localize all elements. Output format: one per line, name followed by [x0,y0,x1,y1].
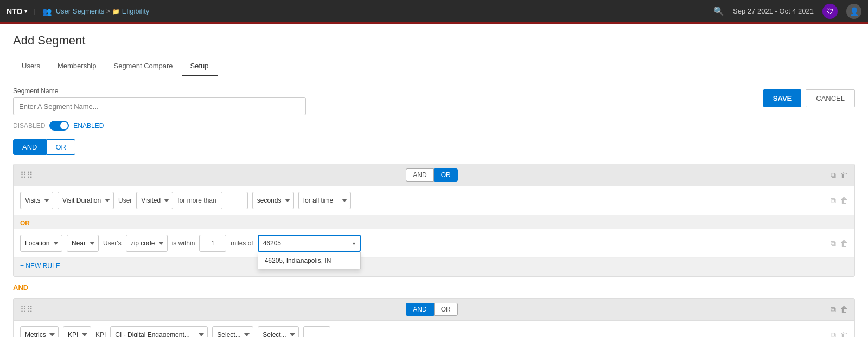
rule-1-trash-icon[interactable]: 🗑 [840,196,848,205]
rule-3-trash-icon[interactable]: 🗑 [840,330,848,338]
zip-wrapper: 46205 ▾ 46205, Indianapolis, IN [258,235,361,252]
group-1-and-button[interactable]: AND [406,168,433,182]
rule-1-col1[interactable]: Visits [20,192,53,209]
org-dropdown-icon[interactable]: ▾ [24,8,27,14]
breadcrumb-user-segments[interactable]: User Segments [56,7,105,15]
rule-1-for-all-time[interactable]: for all time last 7 days last 30 days [298,192,351,209]
breadcrumb-eligibility[interactable]: Eligibility [122,7,150,15]
group-1-header: ⠿⠿ AND OR ⧉ 🗑 [14,164,854,186]
nav-icon: 👥 [42,7,52,16]
rule-3-select2[interactable]: Select... [258,326,299,337]
rule-1-duration-input[interactable] [221,192,248,209]
org-name: NTO [7,7,22,16]
zip-option-46205[interactable]: 46205, Indianapolis, IN [258,252,360,269]
group-2-copy-icon[interactable]: ⧉ [831,305,836,314]
nav-separator: | [34,7,35,15]
org-logo[interactable]: NTO ▾ [7,7,27,16]
group-2-drag-handle[interactable]: ⠿⠿ [20,304,33,315]
rule-3-col2[interactable]: KPI [63,326,91,337]
rule-3-col1[interactable]: Metrics [20,326,59,337]
zip-chevron-icon: ▾ [353,241,355,247]
rule-1-visited[interactable]: Visited [136,192,173,209]
group-1-drag-handle[interactable]: ⠿⠿ [20,170,33,180]
content: Segment Name DISABLED ENABLED SAVE CANCE… [0,76,868,337]
rule-3-kpi-label: KPI [95,331,106,337]
group-2-or-button[interactable]: OR [434,303,458,316]
page-header: Add Segment [0,24,868,48]
or-separator: OR [14,215,854,229]
nav-right: 🔍 Sep 27 2021 - Oct 4 2021 🛡 👤 [713,4,861,19]
tab-users[interactable]: Users [13,56,49,76]
rule-2: Location Near User's zip code is within … [14,229,854,258]
breadcrumb: User Segments > 📁 Eligibility [56,7,150,15]
rule-2-col2[interactable]: Near [67,235,99,252]
group-1-actions: ⧉ 🗑 [831,171,848,180]
tab-segment-compare[interactable]: Segment Compare [105,56,181,76]
segment-name-left: Segment Name DISABLED ENABLED [13,87,763,131]
tabs: Users Membership Segment Compare Setup [0,56,868,76]
group-2-and-or: AND OR [406,303,457,316]
rule-2-trash-icon[interactable]: 🗑 [840,239,848,248]
page-title: Add Segment [13,34,855,48]
zip-dropdown: 46205, Indianapolis, IN [258,252,361,269]
rule-2-actions: ⧉ 🗑 [831,239,848,248]
search-icon[interactable]: 🔍 [713,6,724,16]
toggle-disabled-label: DISABLED [13,122,45,129]
rule-3-copy-icon[interactable]: ⧉ [831,330,836,338]
segment-name-input[interactable] [13,97,306,115]
zip-input[interactable]: 46205 ▾ [258,235,361,252]
top-and-button[interactable]: AND [13,139,46,155]
tab-membership[interactable]: Membership [49,56,105,76]
nav-left: NTO ▾ | 👥 User Segments > 📁 Eligibility [7,7,149,16]
group-1-or-button[interactable]: OR [434,168,458,182]
group-2-trash-icon[interactable]: 🗑 [840,305,848,314]
rule-1-user-label: User [118,197,132,204]
rule-3: Metrics KPI KPI CI - Digital Engagement.… [14,321,854,337]
top-nav: NTO ▾ | 👥 User Segments > 📁 Eligibility … [0,0,868,24]
group-2-header: ⠿⠿ AND OR ⧉ 🗑 [14,299,854,321]
rule-1-copy-icon[interactable]: ⧉ [831,196,836,205]
rule-2-zip-code[interactable]: zip code [126,235,168,252]
action-buttons: SAVE CANCEL [763,89,855,107]
group-1-trash-icon[interactable]: 🗑 [840,171,848,180]
rule-3-value-input[interactable] [303,326,330,337]
group-1: ⠿⠿ AND OR ⧉ 🗑 Visits Visit Duration U [13,164,855,277]
toggle-thumb [60,122,68,129]
page: Add Segment Users Membership Segment Com… [0,24,868,337]
top-or-button[interactable]: OR [46,139,75,155]
rule-2-miles-of: miles of [231,239,253,247]
zip-value: 46205 [263,239,281,247]
group-2-and-button[interactable]: AND [406,303,433,316]
rule-2-is-within: is within [172,239,195,247]
tab-setup[interactable]: Setup [182,56,218,76]
new-rule-row: + NEW RULE [14,258,854,276]
rule-3-ci-select[interactable]: CI - Digital Engagement... [110,326,208,337]
rule-2-col1[interactable]: Location [20,235,62,252]
rule-3-actions: ⧉ 🗑 [831,330,848,338]
new-rule-button[interactable]: + NEW RULE [20,262,60,270]
rule-2-users-label: User's [103,239,122,247]
segment-name-row: Segment Name DISABLED ENABLED SAVE CANCE… [13,87,855,131]
cancel-button[interactable]: CANCEL [806,89,855,107]
rule-2-miles-input[interactable] [199,235,226,252]
group-2-actions: ⧉ 🗑 [831,305,848,314]
rule-1-for-more-than: for more than [177,197,216,204]
rule-1-actions: ⧉ 🗑 [831,196,848,205]
save-button[interactable]: SAVE [763,89,801,107]
date-range: Sep 27 2021 - Oct 4 2021 [733,7,814,15]
toggle-enabled-label: ENABLED [73,122,104,129]
shield-icon[interactable]: 🛡 [822,4,838,19]
segment-name-label: Segment Name [13,87,763,95]
rule-1: Visits Visit Duration User Visited for m… [14,186,854,215]
group-1-copy-icon[interactable]: ⧉ [831,171,836,180]
rule-2-copy-icon[interactable]: ⧉ [831,239,836,248]
user-icon[interactable]: 👤 [846,4,861,19]
rule-1-seconds[interactable]: seconds minutes hours [252,192,294,209]
and-label-between-groups: AND [13,283,855,291]
top-and-or: AND OR [13,139,855,155]
enabled-toggle[interactable] [49,121,69,131]
breadcrumb-folder-icon: 📁 [112,8,120,15]
rule-3-select1[interactable]: Select... [212,326,253,337]
rule-1-col2[interactable]: Visit Duration [58,192,114,209]
breadcrumb-separator: > [106,7,112,15]
